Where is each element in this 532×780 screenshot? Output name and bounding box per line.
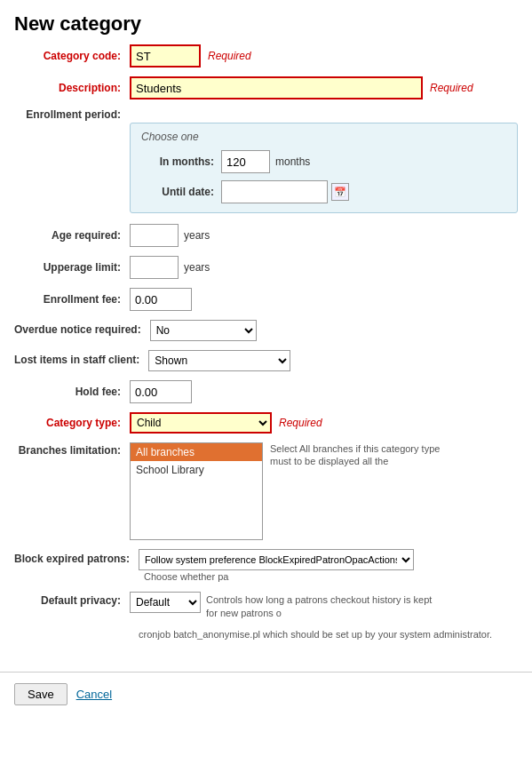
overdue-label: Overdue notice required: [14,323,150,338]
hold-fee-input[interactable] [130,380,192,403]
upperage-label: Upperage limit: [14,261,130,274]
calendar-icon[interactable]: 📅 [331,183,349,201]
block-expired-help: Choose whether pa [144,570,228,583]
enrollment-fee-label: Enrollment fee: [14,293,130,306]
upperage-input[interactable] [130,256,179,279]
choose-one-label: Choose one [141,131,506,143]
category-code-required: Required [208,50,251,62]
branch-all-branches[interactable]: All branches [131,443,262,461]
category-code-input[interactable] [130,44,201,68]
lost-items-select[interactable]: Shown Hidden [148,350,290,371]
branches-label: Branches limitation: [14,442,130,457]
upperage-years-unit: years [184,261,210,274]
enrollment-section: Choose one In months: months Until date:… [130,123,518,213]
in-months-input[interactable] [221,150,270,173]
in-months-label: In months: [141,155,221,168]
enrollment-period-label: Enrollment period: [14,108,130,121]
block-expired-label: Block expired patrons: [14,549,139,567]
until-date-input[interactable] [221,180,328,203]
overdue-select[interactable]: No Yes [150,320,257,341]
cancel-button[interactable]: Cancel [76,688,112,701]
cronjob-text: cronjob batch_anonymise.pl which should … [139,628,518,641]
enrollment-fee-input[interactable] [130,288,192,311]
page-title: New category [0,0,532,44]
until-date-label: Until date: [141,186,221,198]
age-required-input[interactable] [130,224,179,247]
category-type-label: Category type: [14,417,130,429]
default-privacy-label: Default privacy: [14,592,130,607]
block-expired-select[interactable]: Follow system preference BlockExpiredPat… [139,549,414,570]
category-code-label: Category code: [14,50,130,62]
footer-buttons: Save Cancel [0,672,532,716]
hold-fee-label: Hold fee: [14,386,130,398]
branches-help-text: Select All branches if this category typ… [270,442,448,468]
default-privacy-select[interactable]: Default Never Forever [130,592,201,613]
description-required: Required [430,82,473,94]
lost-items-label: Lost items in staff client: [14,354,148,368]
description-label: Description: [14,82,130,94]
months-unit: months [275,155,310,168]
save-button[interactable]: Save [14,683,67,705]
description-input[interactable] [130,76,423,99]
default-privacy-help: Controls how long a patrons checkout his… [206,593,437,619]
category-type-required: Required [279,417,322,429]
branches-listbox[interactable]: All branches School Library [130,442,263,540]
age-years-unit: years [184,229,210,242]
age-required-label: Age required: [14,229,130,242]
category-type-select[interactable]: Adult Child Corporate Statistical Profes… [130,412,272,434]
branch-school-library[interactable]: School Library [131,461,262,479]
